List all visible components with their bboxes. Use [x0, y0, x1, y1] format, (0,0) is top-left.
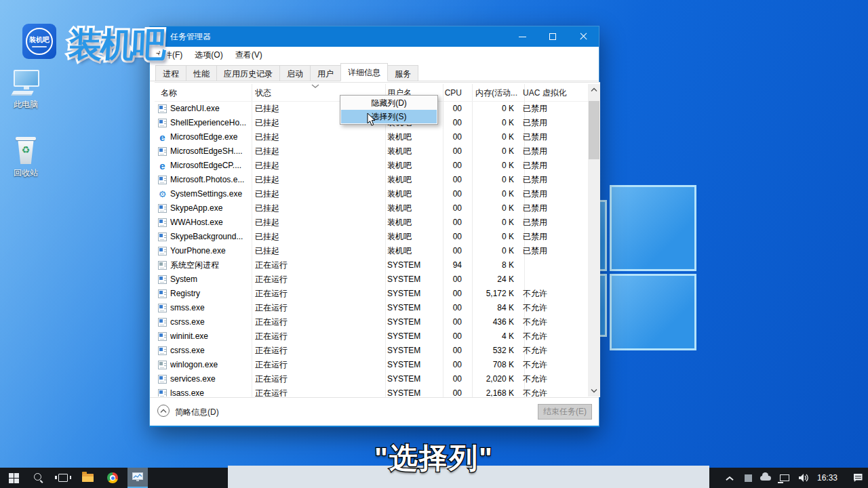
table-row[interactable]: csrss.exe正在运行SYSTEM00436 K不允许 [155, 315, 588, 329]
cell-user: 装机吧 [387, 244, 435, 258]
table-row[interactable]: winlogon.exe正在运行SYSTEM00708 K不允许 [155, 358, 588, 372]
scrollbar-thumb[interactable] [589, 101, 599, 159]
cell-memory: 532 K [463, 344, 514, 358]
cell-user: 装机吧 [387, 230, 435, 244]
table-row[interactable]: services.exe正在运行SYSTEM002,020 K不允许 [155, 372, 588, 386]
cell-memory: 0 K [463, 187, 514, 201]
cell-status: 已挂起 [255, 187, 357, 201]
tab-6[interactable]: 服务 [388, 65, 418, 81]
cell-status: 正在运行 [255, 272, 357, 287]
title-bar[interactable]: 任务管理器 [150, 26, 599, 47]
cell-uac: 不允许 [523, 315, 585, 329]
cell-user: 装机吧 [387, 216, 435, 230]
tab-3[interactable]: 启动 [279, 65, 310, 81]
maximize-button[interactable] [538, 26, 568, 47]
table-row[interactable]: MicrosoftEdgeSH....已挂起装机吧000 K已禁用 [155, 144, 588, 159]
table-row[interactable]: ⚙SystemSettings.exe已挂起装机吧000 K已禁用 [155, 187, 588, 201]
cell-cpu: 00 [431, 315, 462, 329]
cell-name: ShellExperienceHo... [170, 116, 246, 130]
cell-cpu: 00 [431, 344, 462, 358]
cell-uac: 已禁用 [523, 187, 585, 201]
window-icon [158, 104, 167, 113]
table-row[interactable]: wininit.exe正在运行SYSTEM004 K不允许 [155, 329, 588, 344]
column-header-5[interactable]: UAC 虚拟化 [523, 84, 585, 102]
tab-2[interactable]: 应用历史记录 [216, 65, 279, 81]
cell-uac: 不允许 [523, 372, 585, 386]
scrollbar[interactable] [588, 84, 600, 396]
cell-name: wininit.exe [170, 329, 246, 344]
cell-name: services.exe [170, 372, 246, 386]
table-row[interactable]: Registry正在运行SYSTEM005,172 K不允许 [155, 287, 588, 301]
window-icon [158, 204, 167, 213]
table-row[interactable]: eMicrosoftEdgeCP....已挂起装机吧000 K已禁用 [155, 159, 588, 173]
desktop-icon-this-pc[interactable]: 此电脑 [0, 70, 52, 110]
desktop-icon-label: 此电脑 [0, 99, 52, 110]
cell-status: 已挂起 [255, 201, 357, 216]
window-icon [158, 318, 167, 327]
table-row[interactable]: SkypeApp.exe已挂起装机吧000 K已禁用 [155, 201, 588, 216]
column-header-0[interactable]: 名称 [161, 84, 237, 102]
table-row[interactable]: csrss.exe正在运行SYSTEM00532 K不允许 [155, 344, 588, 358]
window-icon [158, 247, 167, 256]
table-row[interactable]: SkypeBackground...已挂起装机吧000 K已禁用 [155, 230, 588, 244]
cell-cpu: 00 [431, 301, 462, 315]
tab-bar: 进程性能应用历史记录启动用户详细信息服务 [150, 63, 599, 81]
cell-status: 正在运行 [255, 386, 357, 396]
minimize-button[interactable] [507, 26, 538, 47]
desktop-icon-recycle-bin[interactable]: ♻ 回收站 [0, 137, 52, 179]
cell-memory: 4 K [463, 329, 514, 344]
scroll-up-button[interactable] [588, 84, 600, 96]
window-footer: 简略信息(D) 结束任务(E) [150, 397, 599, 426]
table-row[interactable]: eMicrosoftEdge.exe已挂起装机吧000 K已禁用 [155, 130, 588, 144]
fewer-details-icon[interactable] [157, 405, 170, 417]
cell-name: winlogon.exe [170, 358, 246, 372]
cell-name: MicrosoftEdge.exe [170, 130, 246, 144]
table-row[interactable]: WWAHost.exe已挂起装机吧000 K已禁用 [155, 216, 588, 230]
cell-name: Registry [170, 287, 246, 301]
cell-name: csrss.exe [170, 344, 246, 358]
process-table: SearchUI.exe已挂起装机吧000 K已禁用ShellExperienc… [155, 102, 588, 396]
table-row[interactable]: smss.exe正在运行SYSTEM0084 K不允许 [155, 301, 588, 315]
cell-memory: 436 K [463, 315, 514, 329]
cell-status: 已挂起 [255, 230, 357, 244]
tab-4[interactable]: 用户 [310, 65, 340, 81]
cell-memory: 8 K [463, 258, 514, 272]
cell-name: csrss.exe [170, 315, 246, 329]
cell-user: SYSTEM [387, 272, 435, 287]
tab-5[interactable]: 详细信息 [340, 63, 388, 81]
cell-user: 装机吧 [387, 159, 435, 173]
tab-1[interactable]: 性能 [186, 65, 216, 81]
fewer-details-toggle[interactable]: 简略信息(D) [175, 398, 219, 426]
cell-user: 装机吧 [387, 201, 435, 216]
cell-status: 已挂起 [255, 144, 357, 159]
cell-cpu: 00 [431, 130, 462, 144]
context-menu-item-1[interactable]: 选择列(S) [341, 110, 437, 123]
cell-name: System [170, 272, 246, 287]
menu-bar: 文件(F)选项(O)查看(V) [150, 47, 599, 63]
cell-cpu: 00 [431, 173, 462, 187]
table-row[interactable]: System正在运行SYSTEM0024 K [155, 272, 588, 287]
menu-item-1[interactable]: 选项(O) [189, 47, 229, 63]
screen: 此电脑 ♻ 回收站 任务管理器 文件(F)选项(O)查看(V) 进程性能应用历史… [0, 0, 868, 488]
context-menu-item-0[interactable]: 隐藏列(D) [341, 96, 437, 110]
cell-cpu: 00 [431, 244, 462, 258]
edge-icon: e [158, 133, 167, 142]
cell-memory: 5,172 K [463, 287, 514, 301]
scroll-down-button[interactable] [588, 385, 600, 396]
window-icon [158, 218, 167, 227]
column-header-4[interactable]: 内存(活动... [475, 84, 519, 102]
table-row[interactable]: lsass.exe正在运行SYSTEM002,168 K不允许 [155, 386, 588, 396]
end-task-button[interactable]: 结束任务(E) [538, 404, 592, 420]
cell-cpu: 00 [431, 230, 462, 244]
cell-memory: 0 K [463, 230, 514, 244]
window-icon [158, 304, 167, 312]
cell-cpu: 00 [431, 216, 462, 230]
cell-cpu: 00 [431, 187, 462, 201]
close-button[interactable] [568, 26, 599, 47]
cell-cpu: 00 [431, 201, 462, 216]
menu-item-2[interactable]: 查看(V) [229, 47, 269, 63]
table-row[interactable]: Microsoft.Photos.e...已挂起装机吧000 K已禁用 [155, 173, 588, 187]
table-row[interactable]: 系统空闲进程正在运行SYSTEM948 K [155, 258, 588, 272]
table-row[interactable]: YourPhone.exe已挂起装机吧000 K已禁用 [155, 244, 588, 258]
cell-uac: 已禁用 [523, 159, 585, 173]
